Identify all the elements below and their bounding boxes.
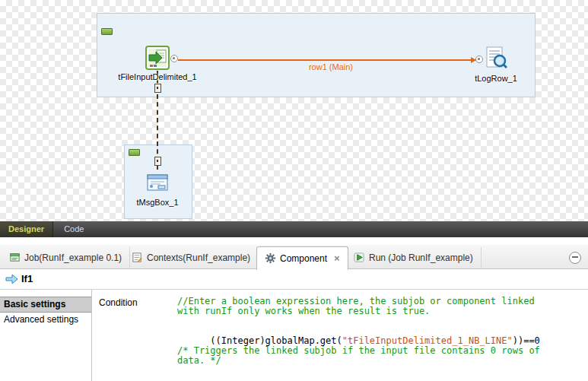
tab-job[interactable]: Job(RunIf_example 0.1): [2, 247, 130, 268]
tmsgbox-icon: [145, 170, 170, 195]
output-connector[interactable]: [170, 55, 178, 62]
code-comment: /* Triggers the linked subjob if the inp…: [177, 345, 540, 356]
tab-run-label: Run (Job RunIf_example): [369, 252, 473, 263]
design-canvas[interactable]: row1 (Main) tFileInputDelimited_1: [0, 0, 588, 221]
tab-designer[interactable]: Designer: [0, 221, 53, 237]
panel-tab-bar: Job(RunIf_example 0.1) Contexts(RunIf_ex…: [0, 245, 588, 269]
input-connector[interactable]: [475, 56, 483, 63]
component-tlogrow[interactable]: [484, 46, 508, 70]
tab-contexts-label: Contexts(RunIf_example): [147, 252, 250, 263]
job-icon: [9, 252, 21, 263]
tab-component-label: Component: [280, 253, 327, 264]
section-advanced-settings[interactable]: Advanced settings: [0, 313, 91, 327]
code-expression: ))==0: [513, 335, 540, 346]
view-tab-bar: Designer Code: [0, 221, 588, 237]
code-comment: data. */: [177, 355, 221, 366]
close-icon[interactable]: ×: [334, 253, 340, 263]
component-label[interactable]: tLogRow_1: [458, 74, 534, 83]
row1-connection-label[interactable]: row1 (Main): [289, 62, 373, 71]
component-label[interactable]: tFileInputDelimited_1: [104, 72, 211, 81]
tfileinputdelimited-icon: [145, 46, 170, 70]
condition-expression-editor[interactable]: //Enter a boolean expression here, the s…: [177, 297, 583, 379]
component-tmsgbox[interactable]: [145, 170, 170, 195]
row1-connection-line[interactable]: [178, 59, 476, 61]
tab-component[interactable]: Component ×: [256, 246, 348, 270]
condition-field-label: Condition: [99, 297, 138, 308]
code-expression: ((Integer)globalMap.get(: [210, 335, 342, 346]
settings-sections: Basic settings Advanced settings: [0, 290, 92, 381]
subjob-collapse-button[interactable]: [129, 149, 140, 156]
trigger-anchor[interactable]: [154, 157, 161, 166]
tab-contexts[interactable]: Contexts(RunIf_example): [124, 247, 259, 268]
bottom-panel: Job(RunIf_example 0.1) Contexts(RunIf_ex…: [0, 237, 588, 381]
tab-run[interactable]: Run (Job RunIf_example): [346, 247, 482, 268]
component-title: If1: [21, 270, 33, 288]
tab-job-label: Job(RunIf_example 0.1): [24, 252, 122, 263]
gear-icon: [265, 252, 276, 264]
section-basic-settings[interactable]: Basic settings: [0, 297, 91, 313]
subjob-collapse-button[interactable]: [101, 28, 113, 35]
trigger-anchor[interactable]: [154, 84, 161, 93]
component-label[interactable]: tMsgBox_1: [124, 198, 191, 207]
tlogrow-icon: [484, 46, 508, 70]
code-comment: with runIf only works when the result is…: [177, 306, 430, 316]
minimize-icon[interactable]: [569, 252, 581, 264]
component-tfileinputdelimited[interactable]: [145, 46, 170, 70]
code-string-literal: "tFileInputDelimited_1_NB_LINE": [342, 335, 513, 346]
code-comment: //Enter a boolean expression here, the s…: [177, 296, 535, 306]
tab-code[interactable]: Code: [56, 221, 92, 237]
run-play-icon: [354, 252, 365, 263]
component-header: If1: [0, 270, 588, 290]
contexts-icon: [132, 252, 143, 263]
blue-arrow-icon: [5, 274, 19, 284]
